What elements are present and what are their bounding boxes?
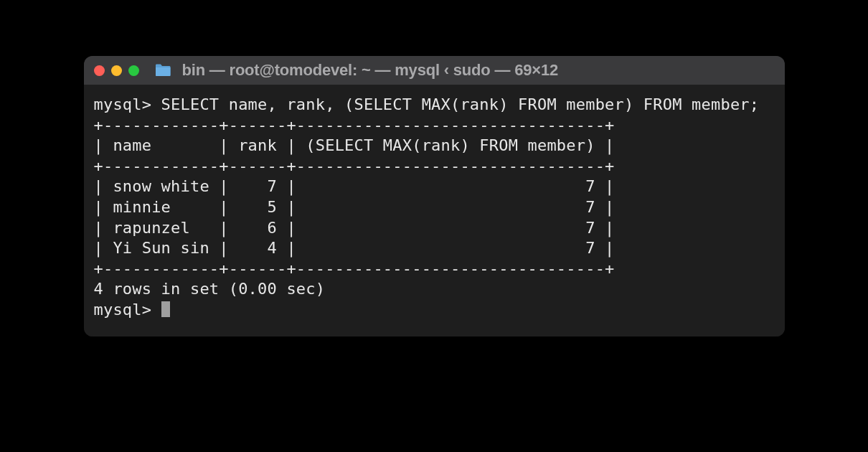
result-footer: 4 rows in set (0.00 sec) [94,279,775,300]
table-border: +------------+------+-------------------… [94,156,775,177]
query-line: mysql> SELECT name, rank, (SELECT MAX(ra… [94,95,775,116]
table-border: +------------+------+-------------------… [94,259,775,280]
maximize-icon[interactable] [128,65,139,76]
table-row: | minnie | 5 | 7 | [94,197,775,218]
close-icon[interactable] [94,65,105,76]
table-header: | name | rank | (SELECT MAX(rank) FROM m… [94,136,775,156]
terminal-body[interactable]: mysql> SELECT name, rank, (SELECT MAX(ra… [84,85,785,336]
table-row: | Yi Sun sin | 4 | 7 | [94,238,775,259]
title-bar: bin — root@tomodevel: ~ — mysql ‹ sudo —… [84,56,785,85]
folder-icon [154,63,171,77]
table-border: +------------+------+-------------------… [94,116,775,136]
table-row: | snow white | 7 | 7 | [94,176,775,197]
window-title: bin — root@tomodevel: ~ — mysql ‹ sudo —… [182,61,558,80]
minimize-icon[interactable] [111,65,122,76]
table-row: | rapunzel | 6 | 7 | [94,218,775,239]
cursor-icon [161,301,170,317]
terminal-window: bin — root@tomodevel: ~ — mysql ‹ sudo —… [84,56,785,336]
prompt-text: mysql> [94,301,161,319]
prompt-line: mysql> [94,300,775,321]
